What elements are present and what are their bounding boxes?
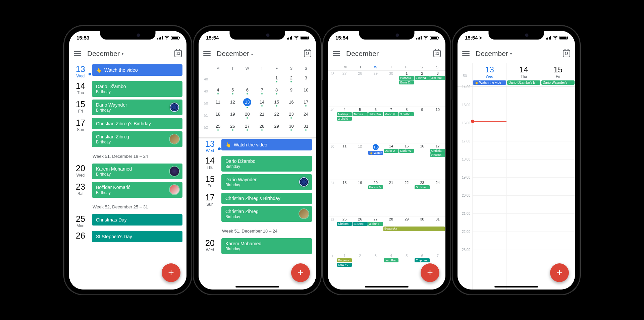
event-item[interactable]: 👆Watch the video [92,64,182,76]
mini-month-day[interactable]: 18 [211,112,225,119]
date-header[interactable]: 15Fri [202,174,218,188]
date-header[interactable]: 20Wed [72,164,89,178]
mini-month-day[interactable]: 28 [255,124,269,131]
home-indicator[interactable] [235,286,279,287]
month-day-cell[interactable]: 29 [368,71,383,107]
month-day-cell[interactable]: 5 [399,253,414,289]
event-chip[interactable]: Božidar [415,185,429,189]
month-day-cell[interactable]: 22 [399,180,414,216]
create-event-fab[interactable]: + [162,263,180,282]
create-event-fab[interactable]: + [291,263,310,282]
mini-month-day[interactable] [255,78,269,80]
mini-month-day[interactable]: 3 [299,75,313,82]
month-toggle[interactable]: December ▴ [217,50,253,58]
mini-month-day[interactable]: 1 [269,75,284,82]
allday-event[interactable]: Dario Džambo's b [507,80,540,85]
event-chip[interactable]: 2 birthd [337,117,352,121]
month-toggle[interactable]: December ▾ [476,50,512,58]
mini-month-day[interactable]: 11 [211,100,225,107]
mini-month-day[interactable]: 22 [269,112,284,119]
event-item[interactable]: Karem MohamedBirthday [92,164,182,179]
month-day-cell[interactable]: 14Dario D [383,143,399,180]
date-header[interactable]: 15Fri [72,100,89,114]
mini-month-day[interactable]: 29 [269,124,284,131]
month-day-cell[interactable]: 20Karem M [368,180,383,216]
month-day-cell[interactable]: 21 [383,180,399,216]
event-item[interactable]: Božidar KomarićBirthday [92,182,182,198]
event-item[interactable]: 👆Watch the video [221,139,312,150]
event-chip[interactable]: Karem M [368,185,383,189]
month-day-cell[interactable]: 9 [414,107,430,143]
day-column[interactable] [541,87,575,290]
menu-icon[interactable] [74,51,81,56]
event-chip[interactable]: Jim Gre [430,76,445,80]
day-column[interactable] [472,87,506,290]
event-item[interactable]: St Stephen's Day [92,231,182,242]
mini-month-day[interactable]: 13 [240,98,255,108]
date-header[interactable]: 20Wed [202,238,218,252]
event-chip[interactable]: Ivan Pav [384,258,398,262]
month-day-cell[interactable]: 17ChristiaChristia [430,143,445,180]
today-icon[interactable]: 13 [304,50,311,57]
mini-month-day[interactable]: 21 [255,112,269,119]
date-header[interactable]: 14Thu [72,81,89,95]
month-day-cell[interactable]: 28 [383,216,399,253]
month-day-cell[interactable]: 16 [414,143,430,180]
mini-month-day[interactable] [225,78,240,80]
event-chip[interactable]: New Ye [337,263,352,267]
month-day-cell[interactable]: 26St Step [352,216,368,253]
mini-month-day[interactable] [240,78,255,80]
schedule-list[interactable]: 13Wed👆Watch the video14ThuDario DžamboBi… [199,138,316,255]
event-chip[interactable]: 👆 Watch [368,151,383,155]
month-day-cell[interactable]: 10 [430,107,445,143]
month-day-cell[interactable]: 12 [352,143,368,180]
date-header[interactable]: 25Mon [72,214,89,228]
day-header[interactable]: 14Thu [506,63,541,80]
mini-month-day[interactable]: 10 [299,87,313,94]
today-icon[interactable]: 13 [174,50,182,57]
event-chip[interactable]: Boris Ži [399,80,414,84]
date-header[interactable]: 13Wed [202,139,218,153]
today-icon[interactable]: 13 [433,50,441,57]
month-day-cell[interactable]: 3 [368,253,383,289]
mini-month-day[interactable]: 2 [284,75,299,82]
event-chip[interactable]: Christm [337,222,352,226]
month-day-cell[interactable]: 13👆 Watch [368,143,383,180]
date-header[interactable]: 13Wed [72,64,89,78]
date-header[interactable]: 17Sun [72,118,89,132]
event-item[interactable]: Dario WaynderBirthday [92,100,182,115]
event-item[interactable]: Christmas Day [92,214,182,226]
month-grid[interactable]: MTWTFSS48272829301BarbaraBoris Ži22 birt… [328,63,445,290]
month-day-cell[interactable]: 3Jim Gre [430,71,445,107]
menu-icon[interactable] [203,51,211,56]
event-item[interactable]: Christian Zibreg's Birthday [221,193,312,204]
mini-month-day[interactable]: 17 [299,100,313,107]
month-day-cell[interactable]: 1BugarskNew Ye [337,253,352,289]
mini-month-day[interactable]: 8 [269,87,284,94]
month-day-cell[interactable]: 30 [383,71,399,107]
allday-event[interactable]: 👆 Watch the vide [473,80,506,85]
month-label[interactable]: December [346,50,379,58]
mini-month-day[interactable]: 15 [269,100,284,107]
month-day-cell[interactable]: 15Dario W [399,143,414,180]
event-item[interactable]: Christian ZibregBirthday [221,206,312,222]
event-chip[interactable]: Christia [430,149,445,153]
mini-month-picker[interactable]: MTWTFSS481234945678910501112131415161751… [199,63,316,138]
mini-month-day[interactable]: 27 [240,124,255,131]
month-day-cell[interactable]: 30 [414,216,430,253]
month-day-cell[interactable]: 1BarbaraBoris Ži [399,71,414,107]
mini-month-day[interactable]: 31 [299,124,313,131]
event-item[interactable]: Christian ZibregBirthday [92,131,182,147]
day-header[interactable]: 15Fri [541,63,575,80]
allday-event[interactable]: Dario Waynder's [541,80,575,85]
event-chip[interactable]: Tomica [353,112,367,116]
mini-month-day[interactable]: 30 [284,124,299,131]
mini-month-day[interactable]: 14 [255,100,269,107]
month-day-cell[interactable]: 22 birthd [414,71,430,107]
event-chip[interactable]: Christia [430,153,445,157]
month-day-cell[interactable]: 5Tomica [352,107,368,143]
month-day-cell[interactable]: 31 [430,216,445,253]
event-item[interactable]: Karem MohamedBirthday [221,238,312,254]
month-day-cell[interactable]: 19 [352,180,368,216]
month-day-cell[interactable]: 7Mario V [383,107,399,143]
